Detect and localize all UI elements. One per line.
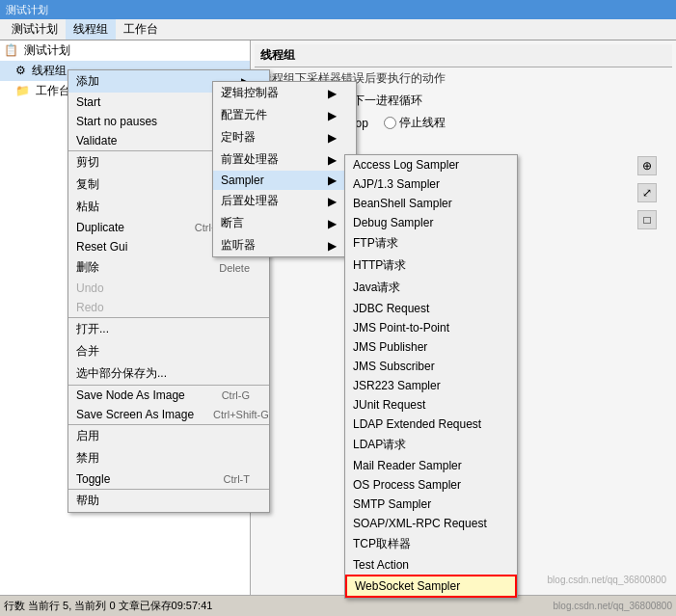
sampler-jms-p2p[interactable]: JMS Point-to-Point (345, 318, 517, 337)
sampler-java[interactable]: Java请求 (345, 277, 517, 299)
menu-item-save-screen[interactable]: Save Screen As Image Ctrl+Shift-G (68, 405, 269, 424)
icon-resize[interactable]: ⤢ (637, 183, 657, 202)
app-title: 测试计划 (6, 3, 48, 17)
sampler-ldap[interactable]: LDAP请求 (345, 434, 517, 456)
sampler-http[interactable]: HTTP请求 (345, 254, 517, 277)
sampler-ajp[interactable]: AJP/1.3 Sampler (345, 174, 517, 194)
submenu-add: 逻辑控制器 ▶ 配置元件 ▶ 定时器 ▶ 前置处理器 ▶ Sampler ▶ 后… (212, 81, 357, 257)
sampler-os[interactable]: OS Process Sampler (345, 475, 517, 495)
menu-item-save-node[interactable]: Save Node As Image Ctrl-G (68, 385, 269, 405)
menu-item-enable[interactable]: 启用 (68, 424, 269, 447)
status-bar: 行数 当前行 5, 当前列 0 文章已保存09:57:41 blog.csdn.… (0, 595, 676, 616)
menu-item-help[interactable]: 帮助 (68, 489, 269, 512)
submenu-logic-controller[interactable]: 逻辑控制器 ▶ (213, 82, 356, 104)
title-bar: 测试计划 (0, 0, 676, 19)
menu-item-save-selected[interactable]: 选中部分保存为... (68, 362, 269, 385)
submenu-listener[interactable]: 监听器 ▶ (213, 234, 356, 256)
sampler-test-action[interactable]: Test Action (345, 555, 517, 575)
status-text: 行数 当前行 5, 当前列 0 文章已保存09:57:41 (4, 599, 212, 613)
menu-item-open[interactable]: 打开... (68, 317, 269, 340)
sampler-debug[interactable]: Debug Sampler (345, 213, 517, 232)
radio-stop-thread[interactable]: 停止线程 (384, 115, 446, 131)
icon-plus[interactable]: ⊕ (637, 156, 657, 175)
tree-item-testplan[interactable]: 📋 测试计划 (0, 40, 250, 61)
panel-title: 线程组 (255, 44, 672, 67)
submenu-assertion[interactable]: 断言 ▶ (213, 212, 356, 234)
menu-testplan[interactable]: 测试计划 (4, 19, 66, 40)
sampler-junit[interactable]: JUnit Request (345, 395, 517, 415)
menu-item-toggle[interactable]: Toggle Ctrl-T (68, 469, 269, 489)
menu-bar: 测试计划 线程组 工作台 (0, 19, 676, 40)
menu-item-merge[interactable]: 合并 (68, 340, 269, 362)
sampler-mail[interactable]: Mail Reader Sampler (345, 456, 517, 475)
icon-stop[interactable]: □ (637, 210, 657, 229)
sampler-jsr223[interactable]: JSR223 Sampler (345, 376, 517, 395)
sampler-jdbc[interactable]: JDBC Request (345, 299, 517, 318)
watermark: blog.csdn.net/qq_36800800 (548, 575, 666, 585)
watermark-status: blog.csdn.net/qq_36800800 (554, 601, 672, 611)
submenu-pre-processor[interactable]: 前置处理器 ▶ (213, 148, 356, 171)
menu-item-disable[interactable]: 禁用 (68, 447, 269, 469)
sampler-smtp[interactable]: SMTP Sampler (345, 495, 517, 514)
sampler-submenu: Access Log Sampler AJP/1.3 Sampler BeanS… (344, 154, 518, 599)
submenu-config-element[interactable]: 配置元件 ▶ (213, 104, 356, 126)
sampler-jms-sub[interactable]: JMS Subscriber (345, 357, 517, 376)
submenu-timer[interactable]: 定时器 ▶ (213, 126, 356, 148)
menu-workspace[interactable]: 工作台 (116, 19, 166, 40)
menu-threadgroup[interactable]: 线程组 (66, 19, 116, 40)
sampler-websocket[interactable]: WebSocket Sampler (345, 575, 517, 598)
submenu-sampler[interactable]: Sampler ▶ (213, 171, 356, 190)
sampler-access-log[interactable]: Access Log Sampler (345, 155, 517, 174)
menu-item-undo: Undo (68, 279, 269, 298)
sampler-jms-pub[interactable]: JMS Publisher (345, 337, 517, 357)
sampler-ftp[interactable]: FTP请求 (345, 232, 517, 254)
menu-item-redo: Redo (68, 298, 269, 317)
menu-item-delete[interactable]: 删除 Delete (68, 256, 269, 279)
sampler-beanshell[interactable]: BeanShell Sampler (345, 194, 517, 213)
sampler-ldap-ext[interactable]: LDAP Extended Request (345, 415, 517, 434)
sampler-soap[interactable]: SOAP/XML-RPC Request (345, 514, 517, 533)
sampler-tcp[interactable]: TCP取样器 (345, 533, 517, 555)
submenu-post-processor[interactable]: 后置处理器 ▶ (213, 190, 356, 212)
